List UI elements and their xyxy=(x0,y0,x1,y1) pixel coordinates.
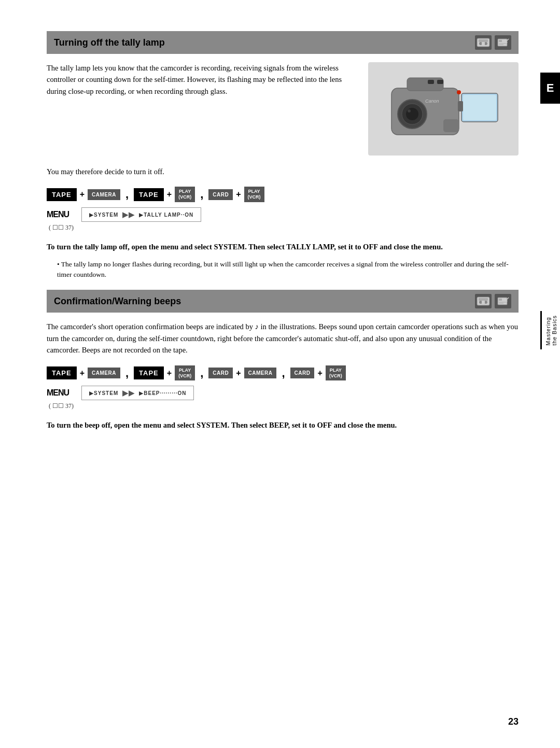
tape-btn-2: TAPE xyxy=(134,188,164,201)
plus-s2-4: + xyxy=(317,369,322,378)
card-icon-box-2 xyxy=(495,294,511,308)
side-tab-e: E xyxy=(540,73,560,104)
card-btn-s2-2: CARD xyxy=(290,368,315,378)
card-btn-1: CARD xyxy=(208,189,233,200)
camera-btn-s2-1: CAMERA xyxy=(88,368,120,378)
svg-rect-22 xyxy=(428,80,434,84)
page-container: E Masteringthe Basics Turning off the ta… xyxy=(0,0,560,748)
svg-rect-29 xyxy=(479,298,488,301)
svg-text:Canon: Canon xyxy=(425,98,439,104)
svg-rect-31 xyxy=(499,299,502,301)
play-vcr-btn-s2-2: PLAY(VCR) xyxy=(326,365,346,381)
tape-btn-s2-2: TAPE xyxy=(134,366,164,379)
section2-button-row: TAPE + CAMERA , TAPE + PLAY(VCR) , CARD … xyxy=(47,365,519,381)
section2-title: Confirmation/Warning beeps xyxy=(54,296,181,307)
menu-label-1: MENU xyxy=(47,210,69,219)
play-vcr-btn-2: PLAY(VCR) xyxy=(244,187,264,202)
tape-icon-2 xyxy=(477,295,490,307)
tape-btn-1: TAPE xyxy=(47,188,77,201)
section2-menu-row: MENU ▶SYSTEM ▶▶ ▶BEEP·········ON xyxy=(47,386,519,400)
page-number: 23 xyxy=(508,716,519,727)
section2-body-text: The camcorder's short operation confirma… xyxy=(47,321,519,356)
svg-rect-23 xyxy=(437,80,443,84)
svg-rect-16 xyxy=(407,78,443,91)
section2-menu-ref: ( ☐☐ 37) xyxy=(49,402,519,410)
you-may-text: You may therefore decide to turn it off. xyxy=(47,166,519,177)
side-tab-letter: E xyxy=(547,81,554,95)
plus-s2-1: + xyxy=(80,369,85,378)
menu-label-2: MENU xyxy=(47,388,69,398)
section2: Confirmation/Warning beeps xyxy=(47,290,519,431)
svg-rect-18 xyxy=(463,95,496,120)
svg-point-21 xyxy=(457,90,461,94)
section1: Turning off the tally lamp xyxy=(47,31,519,280)
section1-header: Turning off the tally lamp xyxy=(47,31,519,54)
comma-1: , xyxy=(125,188,129,201)
svg-rect-20 xyxy=(443,119,459,132)
card-icon-2 xyxy=(496,295,510,307)
comma-s2-2: , xyxy=(200,366,203,380)
camcorder-svg: Canon xyxy=(381,67,506,150)
plus-1: + xyxy=(80,190,85,199)
plus-2: + xyxy=(167,190,172,199)
section1-bullet-text: The tally lamp no longer flashes during … xyxy=(57,259,519,281)
mastering-text: Masteringthe Basics xyxy=(545,311,557,349)
svg-point-15 xyxy=(408,109,411,112)
menu-system-2: ▶SYSTEM xyxy=(89,390,118,396)
camcorder-image: Canon xyxy=(368,62,519,156)
plus-s2-3: + xyxy=(236,369,241,378)
play-vcr-btn-s2-1: PLAY(VCR) xyxy=(175,365,195,381)
section1-body-text: The tally lamp lets you know that the ca… xyxy=(47,62,356,156)
section1-content: The tally lamp lets you know that the ca… xyxy=(47,62,519,156)
section1-menu-row: MENU ▶SYSTEM ▶▶ ▶TALLY LAMP··ON xyxy=(47,207,519,222)
section1-header-icons xyxy=(475,35,511,50)
comma-2: , xyxy=(200,188,203,201)
svg-rect-3 xyxy=(482,43,485,45)
card-icon xyxy=(496,37,510,48)
menu-arrow-1: ▶▶ xyxy=(122,210,135,219)
svg-point-14 xyxy=(406,108,418,120)
section2-header-icons xyxy=(475,294,511,308)
svg-rect-19 xyxy=(458,101,463,111)
tape-icon-box xyxy=(475,35,492,50)
section2-header: Confirmation/Warning beeps xyxy=(47,290,519,313)
mastering-label: Masteringthe Basics xyxy=(540,311,560,349)
menu-system-1: ▶SYSTEM xyxy=(89,212,118,218)
menu-beep: ▶BEEP·········ON xyxy=(139,390,186,396)
plus-s2-2: + xyxy=(167,369,172,378)
menu-box-2: ▶SYSTEM ▶▶ ▶BEEP·········ON xyxy=(81,386,194,400)
section1-bold-instruction: To turn the tally lamp off, open the men… xyxy=(47,241,519,252)
menu-box-1: ▶SYSTEM ▶▶ ▶TALLY LAMP··ON xyxy=(81,207,201,222)
tape-icon-box-2 xyxy=(475,294,492,308)
section1-button-row: TAPE + CAMERA , TAPE + PLAY(VCR) , CARD … xyxy=(47,187,519,202)
section2-bold-instruction: To turn the beep off, open the menu and … xyxy=(47,419,519,431)
menu-tally: ▶TALLY LAMP··ON xyxy=(139,212,193,218)
camera-btn-s2-2: CAMERA xyxy=(244,368,277,378)
section1-menu-ref: ( ☐☐ 37) xyxy=(49,224,519,232)
svg-rect-28 xyxy=(482,301,485,303)
comma-s2-3: , xyxy=(282,366,285,380)
card-btn-s2-1: CARD xyxy=(208,368,233,378)
svg-rect-6 xyxy=(499,40,502,42)
tape-btn-s2-1: TAPE xyxy=(47,366,77,379)
menu-arrow-2: ▶▶ xyxy=(122,389,135,397)
card-icon-box xyxy=(495,35,511,50)
play-vcr-btn-1: PLAY(VCR) xyxy=(175,187,195,202)
plus-3: + xyxy=(236,190,241,199)
camera-btn-1: CAMERA xyxy=(88,189,120,200)
svg-rect-4 xyxy=(479,39,488,42)
tape-icon xyxy=(477,37,490,48)
comma-s2-1: , xyxy=(125,366,129,380)
section1-title: Turning off the tally lamp xyxy=(54,37,165,48)
